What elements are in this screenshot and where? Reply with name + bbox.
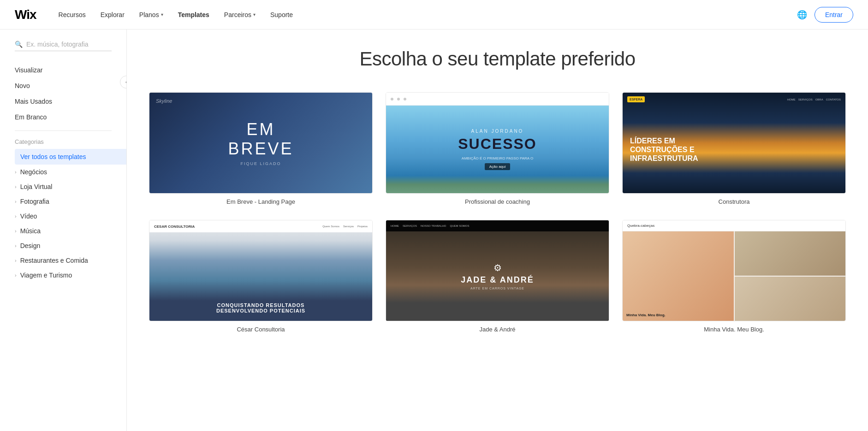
chevron-right-icon: › — [15, 184, 17, 189]
template-name: Em Breve - Landing Page — [149, 198, 373, 205]
search-container: 🔍 — [15, 41, 112, 51]
sidebar-item-restaurantes[interactable]: › Restaurantes e Comida — [15, 253, 126, 268]
sidebar-item-ver-todos[interactable]: Ver todos os templates — [15, 149, 126, 165]
sidebar-item-loja-virtual[interactable]: › Loja Virtual — [15, 179, 126, 194]
nav-suporte[interactable]: Suporte — [270, 11, 293, 18]
sidebar-item-mais-usados[interactable]: Mais Usados — [15, 94, 126, 109]
template-name: Profissional de coaching — [386, 198, 609, 205]
template-card-blog[interactable]: Quebra-cabeças Minha Vida. Meu Blog. — [622, 220, 846, 333]
navbar-right: 🌐 Entrar — [797, 7, 853, 23]
sidebar-item-novo[interactable]: Novo — [15, 78, 126, 94]
sidebar-item-design[interactable]: › Design — [15, 238, 126, 253]
search-input[interactable] — [26, 41, 112, 48]
nav-parceiros[interactable]: Parceiros ▾ — [224, 11, 256, 18]
templates-grid: EM BREVE FIQUE LIGADO Em Breve - Landing… — [149, 92, 846, 333]
entrar-button[interactable]: Entrar — [814, 7, 853, 23]
categories-label: Categorias — [15, 138, 126, 145]
sidebar-item-visualizar[interactable]: Visualizar — [15, 62, 126, 78]
sidebar-item-fotografia[interactable]: › Fotografia — [15, 194, 126, 209]
sidebar: ‹ 🔍 Visualizar Novo Mais Usados Em Branc… — [0, 30, 127, 431]
template-thumb-consultoria: CESAR CONSULTORIA Quem Somos Serviços Pr… — [149, 220, 372, 321]
chevron-right-icon: › — [15, 213, 17, 219]
sidebar-item-video[interactable]: › Vídeo — [15, 209, 126, 224]
template-thumb-coaching: ALAN JORDANO SUCESSO AMBIÇÃO É O PRIMEIR… — [386, 93, 609, 193]
nav-recursos[interactable]: Recursos — [59, 11, 86, 18]
chevron-right-icon: › — [15, 228, 17, 234]
search-icon: 🔍 — [15, 41, 23, 48]
template-thumb-blog: Quebra-cabeças Minha Vida. Meu Blog. — [623, 220, 845, 321]
chevron-right-icon: › — [15, 272, 17, 278]
chevron-down-icon: ▾ — [253, 12, 256, 17]
nav-templates[interactable]: Templates — [178, 11, 209, 18]
chevron-right-icon: › — [15, 243, 17, 248]
sidebar-item-musica[interactable]: › Música — [15, 224, 126, 238]
template-card-construtora[interactable]: ESFERA HOME SERVIÇOS OBRA CONTATOS LÍDER… — [622, 92, 846, 205]
template-name: César Consultoria — [149, 326, 373, 333]
navbar: Wix Recursos Explorar Planos ▾ Templates… — [0, 0, 868, 30]
sidebar-item-negocios[interactable]: › Negócios — [15, 165, 126, 179]
sidebar-divider — [15, 130, 112, 131]
template-name: Jade & André — [386, 326, 609, 333]
sidebar-item-viagem[interactable]: › Viagem e Turismo — [15, 268, 126, 283]
nav-links: Recursos Explorar Planos ▾ Templates Par… — [59, 11, 797, 18]
template-card-coaching[interactable]: ALAN JORDANO SUCESSO AMBIÇÃO É O PRIMEIR… — [386, 92, 609, 205]
chevron-right-icon: › — [15, 199, 17, 204]
page-heading: Escolha o seu template preferido — [149, 48, 846, 70]
sidebar-item-em-branco[interactable]: Em Branco — [15, 109, 126, 125]
globe-icon[interactable]: 🌐 — [797, 10, 807, 20]
chevron-down-icon: ▾ — [161, 12, 163, 17]
template-card-jade-andre[interactable]: HOME SERVIÇOS NOSSO TRABALHO QUEM SOMOS … — [386, 220, 609, 333]
template-name: Construtora — [622, 198, 846, 205]
template-card-consultoria[interactable]: CESAR CONSULTORIA Quem Somos Serviços Pr… — [149, 220, 373, 333]
main-content: Escolha o seu template preferido EM BREV… — [127, 30, 868, 431]
template-card-em-breve[interactable]: EM BREVE FIQUE LIGADO Em Breve - Landing… — [149, 92, 373, 205]
nav-planos[interactable]: Planos ▾ — [139, 11, 163, 18]
template-thumb-construtora: ESFERA HOME SERVIÇOS OBRA CONTATOS LÍDER… — [623, 93, 845, 193]
chevron-right-icon: › — [15, 169, 17, 175]
template-thumb-jade-andre: HOME SERVIÇOS NOSSO TRABALHO QUEM SOMOS … — [386, 220, 609, 321]
template-thumb-em-breve: EM BREVE FIQUE LIGADO — [149, 93, 372, 193]
logo[interactable]: Wix — [15, 7, 36, 22]
page-layout: ‹ 🔍 Visualizar Novo Mais Usados Em Branc… — [0, 30, 868, 431]
nav-explorar[interactable]: Explorar — [101, 11, 125, 18]
chevron-right-icon: › — [15, 258, 17, 263]
template-name: Minha Vida. Meu Blog. — [622, 326, 846, 333]
